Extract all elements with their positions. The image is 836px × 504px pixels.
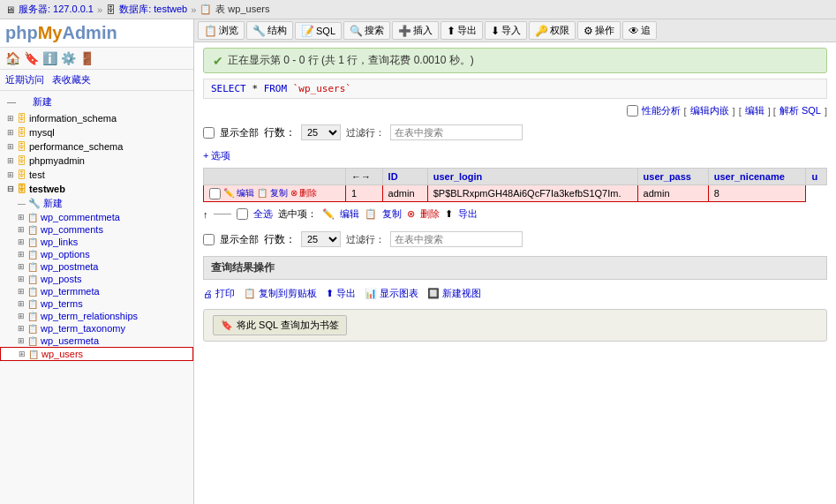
col-u[interactable]: u: [806, 169, 827, 185]
table-wp-options[interactable]: ⊞ 📋 wp_options: [0, 248, 193, 260]
edit-link[interactable]: 编辑: [745, 104, 764, 117]
print-button[interactable]: 🖨 打印: [203, 287, 235, 300]
operations-button[interactable]: ⚙ 操作: [577, 21, 621, 40]
bottom-edit-link[interactable]: 编辑: [340, 207, 359, 221]
info-icon[interactable]: ℹ️: [42, 51, 57, 65]
search-icon: 🔍: [350, 25, 363, 37]
copy-row-button[interactable]: 📋 复制: [257, 187, 288, 199]
action-buttons-row: 🖨 打印 📋 复制到剪贴板 ⬆ 导出 📊 显示图表 🔲 新建视图: [203, 287, 827, 300]
recent-link[interactable]: 近期访问: [5, 74, 44, 85]
table-new[interactable]: — 🔧 新建: [0, 196, 193, 211]
print-icon: 🖨: [203, 289, 213, 299]
insert-button[interactable]: ➕ 插入: [392, 21, 439, 40]
settings-icon[interactable]: ⚙️: [61, 51, 76, 65]
home-icon[interactable]: 🏠: [5, 51, 20, 65]
bottom-export-icon: ⬆: [445, 208, 453, 220]
table-wp-postmeta[interactable]: ⊞ 📋 wp_postmeta: [0, 260, 193, 273]
db-phpmyadmin[interactable]: ⊞ 🗄 phpmyadmin: [0, 154, 193, 168]
filter-input-bottom[interactable]: [390, 231, 523, 247]
export-result-button[interactable]: ⬆ 导出: [326, 287, 356, 300]
parse-sql-link[interactable]: 解析 SQL: [780, 104, 821, 117]
db-mysql[interactable]: ⊞ 🗄 mysql: [0, 125, 193, 139]
table-wp-links[interactable]: ⊞ 📋 wp_links: [0, 236, 193, 248]
db-label[interactable]: 数据库: testweb: [119, 3, 187, 16]
server-label[interactable]: 服务器: 127.0.0.1: [19, 3, 94, 16]
show-all-label-bottom: 显示全部: [220, 233, 259, 246]
rows-label-top: 行数：: [264, 125, 296, 140]
col-user-nicename[interactable]: user_nicename: [708, 169, 806, 185]
exit-icon[interactable]: 🚪: [79, 51, 94, 65]
sql-star: *: [252, 83, 263, 94]
db-information-schema[interactable]: ⊞ 🗄 information_schema: [0, 111, 193, 125]
bottom-export-link[interactable]: 导出: [458, 207, 478, 221]
table-row: ✏️ 编辑 📋 复制 ⊗ 删除 1 admin $P$BLRxpmGH48Ai6…: [204, 185, 827, 202]
db-test[interactable]: ⊞ 🗄 test: [0, 168, 193, 182]
table-wp-users[interactable]: ⊞ 📋 wp_users: [0, 347, 193, 361]
new-view-button[interactable]: 🔲 新建视图: [427, 287, 481, 300]
insert-icon: ➕: [398, 25, 411, 37]
edit-inline-link[interactable]: 编辑内嵌: [690, 104, 729, 117]
table-wp-posts[interactable]: ⊞ 📋 wp_posts: [0, 273, 193, 285]
copy-clipboard-button[interactable]: 📋 复制到剪贴板: [244, 287, 317, 300]
col-actions: [204, 169, 346, 185]
privileges-button[interactable]: 🔑 权限: [529, 21, 576, 40]
privileges-icon: 🔑: [535, 25, 548, 37]
col-user-pass[interactable]: user_pass: [637, 169, 708, 185]
sidebar-icon-bar: 🏠 🔖 ℹ️ ⚙️ 🚪: [0, 48, 193, 70]
arrow-up-icon: ↑: [203, 209, 208, 220]
export-button[interactable]: ⬆ 导出: [441, 21, 483, 40]
table-wp-commentmeta[interactable]: ⊞ 📋 wp_commentmeta: [0, 211, 193, 223]
delete-row-button[interactable]: ⊗ 删除: [290, 187, 318, 199]
data-table: ←→ ID user_login user_pass user_nicename…: [203, 168, 827, 202]
options-toggle[interactable]: + 选项: [203, 149, 827, 162]
table-wp-term-taxonomy[interactable]: ⊞ 📋 wp_term_taxonomy: [0, 322, 193, 335]
table-wp-term-relationships[interactable]: ⊞ 📋 wp_term_relationships: [0, 310, 193, 322]
db-testweb[interactable]: ⊟ 🗄 testweb: [0, 182, 193, 196]
track-button[interactable]: 👁 追: [622, 21, 657, 40]
browse-button[interactable]: 📋 浏览: [198, 21, 245, 40]
database-list: — 新建 ⊞ 🗄 information_schema ⊞ 🗄 mysql ⊞ …: [0, 91, 193, 504]
select-all-label[interactable]: 全选: [253, 207, 273, 221]
bottom-copy-link[interactable]: 复制: [382, 207, 402, 221]
table-wp-termmeta[interactable]: ⊞ 📋 wp_termmeta: [0, 285, 193, 297]
rows-select-top[interactable]: 25 50 100: [301, 124, 341, 140]
show-all-checkbox-top[interactable]: [203, 127, 215, 139]
search-button[interactable]: 🔍 搜索: [343, 21, 390, 40]
bookmark-bar: 🔖 将此 SQL 查询加为书签: [203, 309, 827, 342]
db-performance-schema[interactable]: ⊞ 🗄 performance_schema: [0, 139, 193, 154]
structure-button[interactable]: 🔧 结构: [246, 21, 293, 40]
options-sep5: ]: [825, 106, 827, 117]
bottom-action-row: ↑ 全选 选中项： ✏️ 编辑 📋 复制 ⊗ 删除 ⬆ 导出: [203, 207, 827, 221]
display-chart-button[interactable]: 📊 显示图表: [365, 287, 418, 300]
col-id[interactable]: ID: [382, 169, 427, 185]
sql-table-name: `wp_users`: [293, 83, 351, 94]
options-sep3: [: [739, 106, 742, 117]
options-sep2: ]: [733, 106, 735, 117]
edit-row-button[interactable]: ✏️ 编辑: [223, 187, 254, 199]
bottom-delete-link[interactable]: 删除: [420, 207, 440, 221]
col-user-login[interactable]: user_login: [427, 169, 637, 185]
row-checkbox[interactable]: [209, 188, 221, 199]
new-db-item[interactable]: — 新建: [0, 93, 193, 111]
rows-select-bottom[interactable]: 25 50 100: [301, 231, 341, 247]
bottom-edit-icon: ✏️: [322, 208, 335, 220]
show-all-label-top: 显示全部: [220, 126, 259, 139]
db-icon: 🗄: [106, 4, 116, 15]
add-bookmark-button[interactable]: 🔖 将此 SQL 查询加为书签: [213, 315, 347, 335]
table-wp-terms[interactable]: ⊞ 📋 wp_terms: [0, 297, 193, 310]
sql-button[interactable]: 📝 SQL: [295, 22, 342, 40]
filter-input-top[interactable]: [390, 124, 523, 140]
perf-analysis-checkbox[interactable]: [627, 105, 638, 117]
show-all-checkbox-bottom[interactable]: [203, 234, 215, 245]
table-wp-usermeta[interactable]: ⊞ 📋 wp_usermeta: [0, 335, 193, 347]
favorites-link[interactable]: 表收藏夹: [52, 74, 91, 85]
bookmark-icon[interactable]: 🔖: [24, 51, 39, 65]
bottom-copy-icon: 📋: [365, 208, 377, 220]
col-arrow-left[interactable]: ←→: [345, 169, 382, 185]
select-all-checkbox[interactable]: [237, 208, 248, 220]
options-sep1: [: [684, 106, 687, 117]
table-wp-comments[interactable]: ⊞ 📋 wp_comments: [0, 223, 193, 236]
import-button[interactable]: ⬇ 导入: [485, 21, 527, 40]
sql-keyword-select: SELECT: [211, 83, 246, 94]
perf-analysis-link[interactable]: 性能分析: [642, 104, 681, 117]
